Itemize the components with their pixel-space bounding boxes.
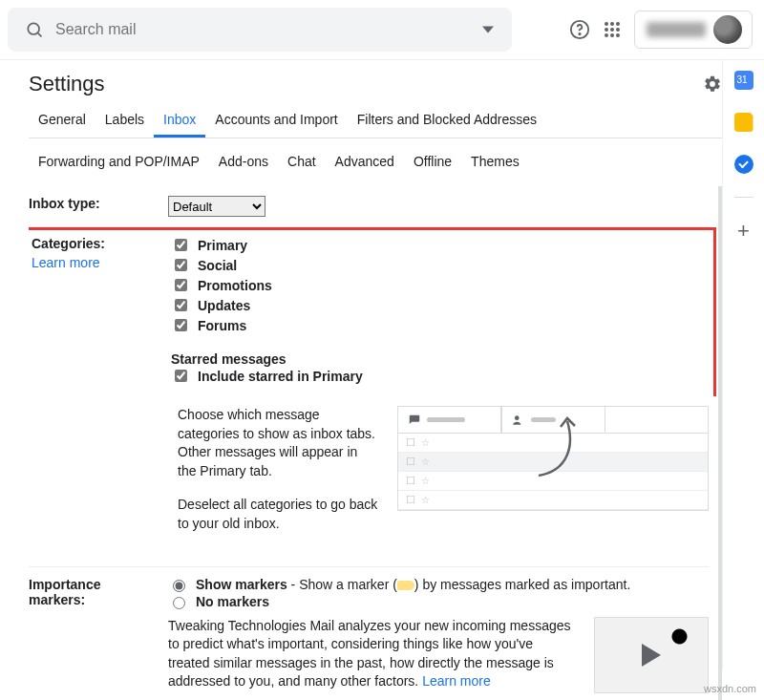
categories-help-p1: Choose which message categories to show … xyxy=(178,406,378,480)
settings-tabs-row1: General Labels Inbox Accounts and Import… xyxy=(29,102,722,138)
inbox-preview: ☐☆ ☐☆ ☐☆ ☐☆ xyxy=(397,406,709,549)
preview-row: ☐☆ xyxy=(398,491,708,510)
categories-description: Choose which message categories to show … xyxy=(178,406,378,549)
settings-tabs-row2: Forwarding and POP/IMAP Add-ons Chat Adv… xyxy=(29,142,722,186)
account-chip[interactable] xyxy=(634,11,753,49)
settings-scroll-area[interactable]: Inbox type: Default Categories: Learn mo… xyxy=(29,186,722,700)
show-markers-text: Show markers - Show a marker () by messa… xyxy=(196,577,630,592)
search-input[interactable] xyxy=(53,20,472,39)
preview-tab-empty xyxy=(605,406,709,433)
include-starred-label: Include starred in Primary xyxy=(198,369,363,384)
include-starred-primary[interactable]: Include starred in Primary xyxy=(171,367,706,385)
svg-point-8 xyxy=(610,28,614,32)
avatar[interactable] xyxy=(713,15,742,44)
category-label: Primary xyxy=(198,238,247,253)
page-title: Settings xyxy=(29,72,105,96)
svg-point-5 xyxy=(610,22,614,26)
radio-show-markers[interactable]: Show markers - Show a marker () by messa… xyxy=(168,577,709,592)
checkbox-updates[interactable] xyxy=(175,299,187,311)
section-importance-markers: Importance markers: Show markers - Show … xyxy=(29,567,709,700)
svg-point-7 xyxy=(605,28,608,32)
gear-icon[interactable] xyxy=(703,74,722,94)
apps-grid-icon[interactable] xyxy=(604,21,621,38)
tab-labels[interactable]: Labels xyxy=(96,102,154,138)
radio-no-markers-input[interactable] xyxy=(173,597,185,609)
inbox-icon xyxy=(408,414,421,427)
svg-point-3 xyxy=(579,33,580,34)
checkbox-forums[interactable] xyxy=(175,319,187,331)
tab-filters-blocked[interactable]: Filters and Blocked Addresses xyxy=(348,102,546,138)
svg-point-13 xyxy=(515,415,520,420)
category-label: Promotions xyxy=(198,278,272,293)
category-label: Social xyxy=(198,258,237,273)
svg-point-11 xyxy=(610,33,614,37)
tab-forwarding-pop-imap[interactable]: Forwarding and POP/IMAP xyxy=(29,148,209,175)
checkbox-primary[interactable] xyxy=(175,239,187,251)
tab-inbox[interactable]: Inbox xyxy=(154,102,205,138)
svg-point-6 xyxy=(616,22,620,26)
no-markers-text: No markers xyxy=(196,594,269,609)
inbox-type-label: Inbox type: xyxy=(29,196,159,211)
account-name-blurred xyxy=(647,22,706,37)
search-box[interactable] xyxy=(8,8,512,52)
top-right-actions xyxy=(569,11,753,49)
tab-chat[interactable]: Chat xyxy=(278,148,326,175)
starred-messages-heading: Starred messages xyxy=(171,351,706,367)
play-icon xyxy=(642,644,661,667)
svg-point-9 xyxy=(616,28,620,32)
tab-themes[interactable]: Themes xyxy=(461,148,529,175)
category-label: Updates xyxy=(198,298,250,313)
categories-description-row: Choose which message categories to show … xyxy=(29,396,709,567)
categories-label-text: Categories: xyxy=(32,236,105,251)
importance-learn-more-link[interactable]: Learn more xyxy=(422,673,491,689)
top-bar xyxy=(0,0,764,60)
importance-description: Tweaking Technologies Mail analyzes your… xyxy=(168,617,575,693)
svg-point-4 xyxy=(605,22,608,26)
category-forums[interactable]: Forums xyxy=(171,316,706,334)
importance-label: Importance markers: xyxy=(29,577,159,607)
people-icon xyxy=(512,414,525,427)
settings-main: Settings General Labels Inbox Accounts a… xyxy=(0,60,764,700)
checkbox-promotions[interactable] xyxy=(175,279,187,291)
categories-label: Categories: Learn more xyxy=(32,236,161,270)
checkbox-social[interactable] xyxy=(175,259,187,271)
settings-header: Settings xyxy=(29,72,722,96)
category-social[interactable]: Social xyxy=(171,256,706,274)
tab-general[interactable]: General xyxy=(29,102,96,138)
checkbox-include-starred[interactable] xyxy=(175,370,187,382)
tab-offline[interactable]: Offline xyxy=(404,148,461,175)
categories-help-p2: Deselect all categories to go back to yo… xyxy=(178,496,378,533)
section-categories-highlight: Categories: Learn more Primary Social Pr… xyxy=(29,227,716,396)
category-primary[interactable]: Primary xyxy=(171,236,706,254)
section-inbox-type: Inbox type: Default xyxy=(29,186,709,227)
category-label: Forums xyxy=(198,318,246,333)
svg-point-10 xyxy=(605,33,608,37)
preview-tab-primary xyxy=(397,406,501,433)
watermark-text: wsxdn.com xyxy=(704,683,756,694)
importance-video-thumb[interactable] xyxy=(594,617,709,693)
tab-accounts-import[interactable]: Accounts and Import xyxy=(205,102,347,138)
tab-advanced[interactable]: Advanced xyxy=(326,148,404,175)
category-promotions[interactable]: Promotions xyxy=(171,276,706,294)
categories-body: Primary Social Promotions Updates Forums… xyxy=(171,236,706,387)
tab-addons[interactable]: Add-ons xyxy=(209,148,278,175)
search-icon[interactable] xyxy=(15,20,53,39)
inbox-type-select[interactable]: Default xyxy=(168,196,265,217)
svg-point-12 xyxy=(616,33,620,37)
importance-body: Show markers - Show a marker () by messa… xyxy=(168,577,709,693)
help-icon[interactable] xyxy=(569,19,590,40)
svg-point-0 xyxy=(28,23,39,34)
svg-line-1 xyxy=(38,33,42,37)
category-updates[interactable]: Updates xyxy=(171,296,706,314)
categories-learn-more-link[interactable]: Learn more xyxy=(32,255,161,270)
preview-arrow-icon xyxy=(529,414,586,480)
radio-show-markers-input[interactable] xyxy=(173,580,185,592)
importance-marker-icon xyxy=(397,581,414,590)
search-dropdown-icon[interactable] xyxy=(472,24,504,35)
radio-no-markers[interactable]: No markers xyxy=(168,594,709,609)
